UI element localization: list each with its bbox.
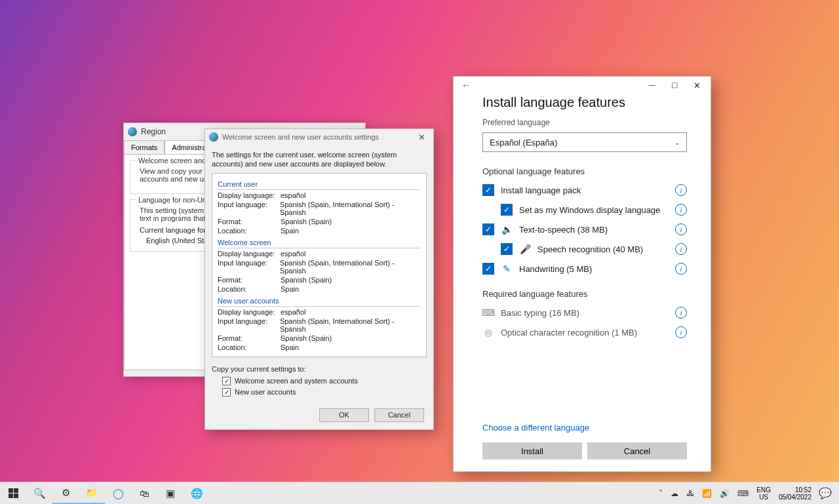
info-icon[interactable]: i <box>675 204 687 216</box>
value-display-language: español <box>281 191 306 199</box>
install-button[interactable]: Install <box>482 442 582 459</box>
clock-time: 10:52 <box>779 486 811 494</box>
microphone-icon: 🎤 <box>519 243 531 255</box>
section-new-user: New user accounts <box>218 294 421 307</box>
value-input-language: Spanish (Spain, International Sort) - Sp… <box>280 317 421 333</box>
welcome-titlebar[interactable]: Welcome screen and new user accounts set… <box>205 129 433 145</box>
cancel-button[interactable]: Cancel <box>587 442 687 459</box>
taskbar-explorer[interactable]: 📁 <box>79 482 105 504</box>
tray-language[interactable]: ENG US <box>752 486 775 501</box>
info-icon[interactable]: i <box>675 326 687 338</box>
section-welcome-screen: Welcome screen <box>218 236 421 248</box>
globe-icon <box>128 127 137 136</box>
feature-tts: ✓ 🔈 Text-to-speech (38 MB) i <box>482 223 687 235</box>
checkbox-install-pack[interactable]: ✓ <box>482 184 494 196</box>
maximize-icon[interactable]: ▢ <box>663 81 686 90</box>
start-button[interactable] <box>0 482 26 504</box>
welcome-dialog: Welcome screen and new user accounts set… <box>205 128 434 430</box>
value-input-language: Spanish (Spain, International Sort) - Sp… <box>280 259 421 275</box>
label-location: Location: <box>218 343 281 351</box>
checkbox-welcome-screen[interactable]: ✓ Welcome screen and system accounts <box>222 377 427 385</box>
info-icon[interactable]: i <box>675 184 687 196</box>
region-title: Region <box>141 127 166 136</box>
dialog-title: Install language features <box>482 95 687 110</box>
preferred-language-label: Preferred language <box>482 118 687 127</box>
speaker-icon: 🔈 <box>501 223 513 235</box>
label-location: Location: <box>218 285 281 293</box>
clock-date: 05/04/2022 <box>779 494 811 501</box>
tray-network-icon[interactable]: 🖧 <box>682 489 698 498</box>
globe-icon <box>209 132 218 142</box>
ok-button[interactable]: OK <box>319 408 369 422</box>
feature-set-display-language: ✓ Set as my Windows display language i <box>501 204 687 216</box>
section-current-user: Current user <box>218 178 421 190</box>
checkbox-speech[interactable]: ✓ <box>501 243 513 255</box>
value-display-language: español <box>281 250 306 258</box>
label-format: Format: <box>218 276 281 284</box>
back-icon[interactable]: ← <box>459 80 473 90</box>
welcome-intro: The settings for the current user, welco… <box>212 150 427 169</box>
taskbar-edge[interactable]: ◯ <box>105 482 131 504</box>
feature-handwriting: ✓ ✎ Handwriting (5 MB) i <box>482 263 687 275</box>
label-input-language: Input language: <box>218 201 280 216</box>
required-features-heading: Required language features <box>482 289 687 299</box>
cancel-button[interactable]: Cancel <box>374 408 424 422</box>
feature-label: Optical character recognition (1 MB) <box>501 328 637 338</box>
taskbar: 🔍 ⚙ 📁 ◯ 🛍 ▣ 🌐 ˄ ☁ 🖧 📶 🔊 ⌨ ENG US 10:52 0… <box>0 482 839 504</box>
tray-notifications-icon[interactable]: 💬 <box>815 487 835 499</box>
settings-frame: Current user Display language:español In… <box>212 173 427 357</box>
info-icon[interactable]: i <box>675 243 687 255</box>
keyboard-icon: ⌨ <box>482 307 494 319</box>
preferred-language-dropdown[interactable]: Español (España) ⌄ <box>482 132 687 152</box>
label-format: Format: <box>218 218 281 225</box>
checkbox-set-display[interactable]: ✓ <box>501 204 513 216</box>
feature-label: Set as my Windows display language <box>519 205 660 215</box>
tray-keyboard-icon[interactable]: ⌨ <box>733 489 752 498</box>
search-button[interactable]: 🔍 <box>26 482 52 504</box>
copy-settings-label: Copy your current settings to: <box>212 365 427 373</box>
feature-install-language-pack: ✓ Install language pack i <box>482 184 687 196</box>
minimize-icon[interactable]: — <box>641 81 663 90</box>
value-input-language: Spanish (Spain, International Sort) - Sp… <box>280 201 421 216</box>
checkbox-label: New user accounts <box>235 388 296 396</box>
value-format: Spanish (Spain) <box>281 218 332 225</box>
close-icon[interactable]: ✕ <box>686 81 708 90</box>
taskbar-terminal[interactable]: ▣ <box>157 482 184 504</box>
tab-formats[interactable]: Formats <box>124 140 165 154</box>
taskbar-settings[interactable]: ⚙ <box>52 482 79 504</box>
optional-features-heading: Optional language features <box>482 166 687 176</box>
info-icon[interactable]: i <box>675 223 687 235</box>
value-display-language: español <box>281 308 306 316</box>
close-icon[interactable]: ✕ <box>414 132 429 142</box>
feature-basic-typing: ⌨ Basic typing (16 MB) i <box>482 307 687 319</box>
label-location: Location: <box>218 227 281 235</box>
tray-chevron-up-icon[interactable]: ˄ <box>655 489 667 498</box>
label-display-language: Display language: <box>218 250 281 258</box>
lang-sub: US <box>756 494 771 501</box>
value-location: Spain <box>281 227 299 235</box>
choose-different-language-link[interactable]: Choose a different language <box>482 423 589 433</box>
checkbox-tts[interactable]: ✓ <box>482 223 494 235</box>
value-format: Spanish (Spain) <box>281 276 332 284</box>
checkbox-handwriting[interactable]: ✓ <box>482 263 494 275</box>
feature-label: Handwriting (5 MB) <box>519 264 592 274</box>
feature-speech-recognition: ✓ 🎤 Speech recognition (40 MB) i <box>501 243 687 255</box>
feature-ocr: ◎ Optical character recognition (1 MB) i <box>482 326 687 338</box>
tray-onedrive-icon[interactable]: ☁ <box>667 489 682 498</box>
label-display-language: Display language: <box>218 191 281 199</box>
lang-tag: ENG <box>756 486 771 494</box>
tray-wifi-icon[interactable]: 📶 <box>698 489 716 498</box>
tray-volume-icon[interactable]: 🔊 <box>716 489 733 498</box>
label-display-language: Display language: <box>218 308 281 316</box>
info-icon[interactable]: i <box>675 263 687 275</box>
checkbox-new-user[interactable]: ✓ New user accounts <box>222 388 427 397</box>
taskbar-store[interactable]: 🛍 <box>131 482 157 504</box>
checkbox-icon: ✓ <box>222 377 231 385</box>
tray-clock[interactable]: 10:52 05/04/2022 <box>775 486 815 501</box>
feature-label: Text-to-speech (38 MB) <box>519 225 608 235</box>
chevron-down-icon: ⌄ <box>674 139 680 146</box>
info-icon[interactable]: i <box>675 307 687 319</box>
taskbar-globe[interactable]: 🌐 <box>184 482 210 504</box>
label-input-language: Input language: <box>218 259 280 275</box>
lang-titlebar[interactable]: ← — ▢ ✕ <box>454 77 711 94</box>
